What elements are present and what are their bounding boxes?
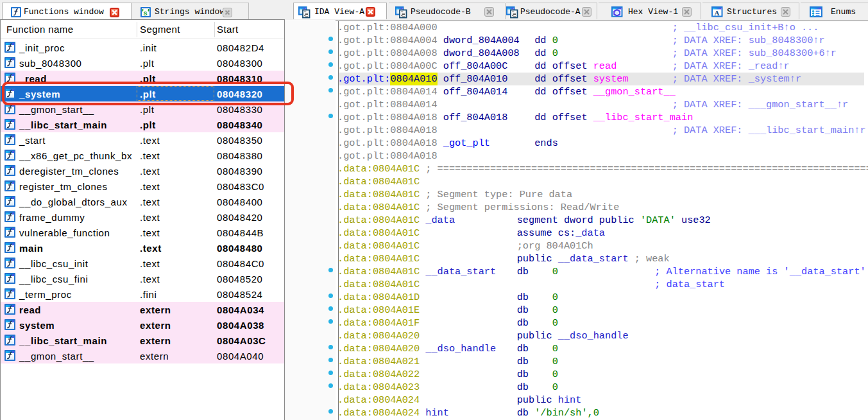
- svg-text:A: A: [715, 9, 720, 17]
- svg-text:s: s: [144, 9, 148, 16]
